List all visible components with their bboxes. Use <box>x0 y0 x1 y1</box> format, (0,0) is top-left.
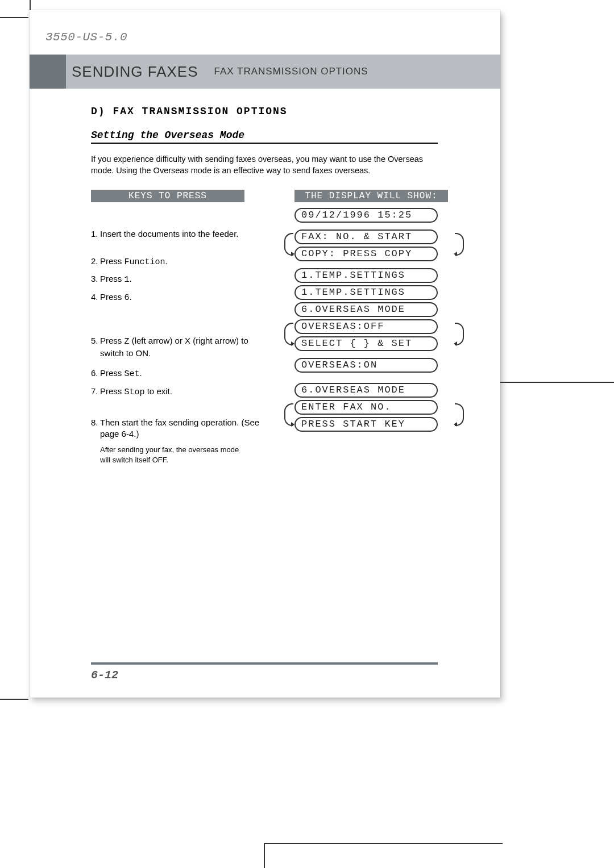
lcd-display: FAX: NO. & START <box>294 229 438 244</box>
section-heading: D) FAX TRANSMISSION OPTIONS <box>91 106 466 117</box>
header-bar: SENDING FAXES FAX TRANSMISSION OPTIONS <box>30 55 500 89</box>
crop-mark <box>264 836 503 844</box>
step-6: 6. Press Set. <box>91 368 262 380</box>
lcd-display: OVERSEAS:OFF <box>294 319 438 334</box>
step-2: 2. Press Function. <box>91 256 262 268</box>
lcd-group: OVERSEAS:OFF SELECT { } & SET <box>284 319 455 351</box>
intro-paragraph: If you experience difficulty with sendin… <box>91 154 438 176</box>
page: 3550-US-5.0 SENDING FAXES FAX TRANSMISSI… <box>30 10 500 698</box>
crop-mark <box>23 0 31 10</box>
step-5: 5. Press Z (left arrow) or X (right arro… <box>91 335 262 358</box>
cycle-arrow-icon <box>284 233 293 256</box>
lcd-display: SELECT { } & SET <box>294 336 438 351</box>
lcd-row: 6.OVERSEAS MODE <box>284 302 455 317</box>
step-8: 8. Then start the fax sending operation.… <box>91 417 262 439</box>
lcd-display: COPY: PRESS COPY <box>294 247 438 261</box>
crop-mark <box>0 10 28 18</box>
step-3: 3. Press 1. <box>91 273 262 286</box>
header-subtitle: FAX TRANSMISSION OPTIONS <box>214 66 368 77</box>
footnote: After sending your fax, the overseas mod… <box>100 445 242 465</box>
lcd-row: 6.OVERSEAS MODE <box>284 383 455 398</box>
lcd-display: 1.TEMP.SETTINGS <box>294 268 438 283</box>
body: D) FAX TRANSMISSION OPTIONS Setting the … <box>91 106 466 465</box>
crop-mark <box>0 692 28 700</box>
crop-mark <box>257 844 265 868</box>
lcd-display: 6.OVERSEAS MODE <box>294 302 438 317</box>
lcd-row: 1.TEMP.SETTINGS <box>284 268 455 283</box>
left-column: KEYS TO PRESS 1. Insert the documents in… <box>91 190 262 465</box>
cycle-arrow-icon <box>284 403 293 426</box>
lcd-display: PRESS START KEY <box>294 417 438 432</box>
footer-rule <box>91 662 438 665</box>
lcd-group: FAX: NO. & START COPY: PRESS COPY <box>284 229 455 261</box>
lcd-row: 09/12/1996 15:25 <box>284 208 455 223</box>
lcd-display: ENTER FAX NO. <box>294 400 438 415</box>
cycle-arrow-icon <box>455 323 464 345</box>
left-column-header: KEYS TO PRESS <box>91 190 244 202</box>
section-subheading: Setting the Overseas Mode <box>91 130 438 144</box>
lcd-display: 6.OVERSEAS MODE <box>294 383 438 398</box>
lcd-display: 1.TEMP.SETTINGS <box>294 285 438 300</box>
step-4: 4. Press 6. <box>91 291 262 304</box>
document-id: 3550-US-5.0 <box>45 31 127 44</box>
crop-mark <box>500 375 614 383</box>
page-number: 6-12 <box>91 669 118 682</box>
header-title: SENDING FAXES <box>72 63 198 81</box>
lcd-row: OVERSEAS:ON <box>284 358 455 373</box>
cycle-arrow-icon <box>284 323 293 345</box>
right-column-header: THE DISPLAY WILL SHOW: <box>294 190 448 202</box>
steps-list: 1. Insert the documents into the feeder.… <box>91 228 262 465</box>
lcd-display: OVERSEAS:ON <box>294 358 438 373</box>
lcd-display: 09/12/1996 15:25 <box>294 208 438 223</box>
step-1: 1. Insert the documents into the feeder. <box>91 228 262 240</box>
step-7: 7. Press Stop to exit. <box>91 386 262 398</box>
cycle-arrow-icon <box>455 403 464 426</box>
lcd-group: ENTER FAX NO. PRESS START KEY <box>284 400 455 432</box>
header-accent <box>30 55 66 89</box>
cycle-arrow-icon <box>455 233 464 256</box>
lcd-row: 1.TEMP.SETTINGS <box>284 285 455 300</box>
right-column: THE DISPLAY WILL SHOW: 09/12/1996 15:25 … <box>284 190 455 465</box>
